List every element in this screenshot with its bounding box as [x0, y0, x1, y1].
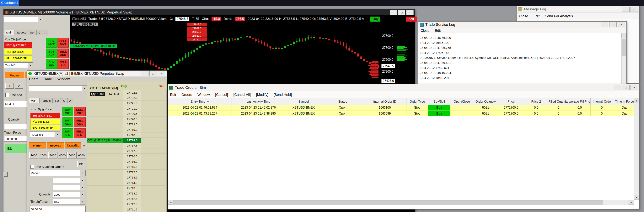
chevron-down-icon[interactable]: ▾	[28, 63, 33, 68]
column-header-last-activity-time[interactable]: Last Activity Time	[232, 98, 285, 105]
dom-cancel-all-button[interactable]: CancelAll	[65, 142, 81, 149]
chart-window-titlebar[interactable]: XBTUSD-BMEX[M] 500000 Volume #1 | BitMEX…	[4, 9, 415, 15]
service-log-vscrollbar[interactable]: ▲	[622, 33, 626, 84]
buy-ask-button[interactable]: BUY ASK	[46, 48, 57, 58]
column-header-status[interactable]: Status	[322, 98, 363, 105]
tab-main[interactable]: Main	[4, 30, 14, 35]
ladder-buy-cell[interactable]	[87, 117, 124, 122]
ladder-price-cell[interactable]: 27719.5	[124, 122, 141, 127]
ladder-buy-cell[interactable]	[87, 106, 124, 111]
tab-c[interactable]: C	[36, 30, 42, 35]
dom-quantity-combo[interactable]: 1000 ▾	[53, 192, 86, 197]
dom-m-button[interactable]: M	[82, 143, 86, 148]
dom-account-combo[interactable]: Test1451 ▾	[30, 132, 60, 137]
ladder-sell-cell[interactable]	[141, 207, 166, 212]
ladder-sell-cell[interactable]	[141, 90, 166, 95]
ladder-sell-cell[interactable]	[141, 111, 166, 117]
dom-attached-combo-1[interactable]: ▾	[53, 178, 86, 183]
maximize-button[interactable]: □	[150, 71, 157, 76]
scroll-thumb[interactable]	[622, 39, 626, 56]
tab-a[interactable]: A	[67, 98, 73, 103]
column-header-buy-sell[interactable]: Buy/Sell	[428, 98, 450, 105]
ladder-sell-cell[interactable]	[141, 154, 166, 159]
menu-item-close[interactable]: Close	[519, 14, 528, 18]
column-header-entry-time[interactable]: Entry Time▼	[168, 98, 232, 105]
sell-mkt-button[interactable]: SELL MKT	[58, 38, 69, 47]
ladder-price-cell[interactable]: 27711.5	[124, 207, 141, 212]
ladder-sell-cell[interactable]	[141, 117, 166, 122]
column-header-symbol[interactable]: Symbol	[285, 98, 322, 105]
tab-targets[interactable]: Targets	[39, 98, 53, 103]
preset-2000-button[interactable]: 2000	[39, 152, 48, 159]
message-log-titlebar[interactable]: Message Log —□	[517, 6, 639, 13]
order-price-tag[interactable]: 27822.0	[187, 34, 207, 37]
chevron-down-icon[interactable]: ▾	[80, 199, 85, 205]
column-header-price[interactable]: Price	[498, 98, 524, 105]
sort-desc-icon[interactable]: ▼	[207, 100, 209, 103]
dom-sell-ask-button[interactable]: SELL ASK	[74, 117, 86, 127]
chevron-down-icon[interactable]: ▾	[80, 185, 85, 190]
ladder-buy-cell[interactable]	[87, 207, 124, 212]
preset-2-button[interactable]: 2	[15, 83, 23, 89]
menu-item-window[interactable]: Window	[57, 77, 70, 81]
ladder-price-cell[interactable]: 27721.0	[124, 106, 141, 111]
menu-item--send-held-[interactable]: [Send Held]	[274, 93, 292, 97]
ladder-sell-cell[interactable]	[141, 133, 166, 138]
ladder-buy-cell[interactable]	[87, 164, 124, 170]
tab-set[interactable]: Set	[28, 30, 36, 35]
dom-instrument-combo[interactable]: ▾	[29, 85, 87, 91]
menu-item-orders[interactable]: Orders	[182, 93, 192, 97]
menu-item-chart[interactable]: Chart	[29, 77, 38, 81]
ladder-price-cell[interactable]: 27721.5	[124, 101, 141, 106]
column-header-filled-quantity[interactable]: Filled Quantity	[548, 98, 569, 105]
preset-1-button[interactable]: 1	[6, 83, 14, 89]
ladder-sell-cell[interactable]	[141, 191, 166, 196]
dom-flatten-button[interactable]: Flatten	[29, 142, 46, 149]
ladder-buy-cell[interactable]	[87, 133, 124, 138]
column-header-time-in-force[interactable]: Time in Force	[613, 98, 634, 105]
ladder-sell-cell[interactable]	[141, 101, 166, 106]
minimize-button[interactable]: —	[622, 7, 630, 12]
order-row[interactable]: 2023-04-23 01:46:02.5742023-04-23 01:46:…	[168, 105, 634, 111]
sell-ask-button[interactable]: SELL ASK	[58, 48, 69, 58]
menu-item--cancel-[interactable]: [Cancel]	[215, 93, 228, 97]
ladder-sell-cell[interactable]	[141, 186, 166, 191]
ladder-price-cell[interactable]: 27714.5	[124, 175, 141, 181]
ladder-sell-cell[interactable]	[141, 170, 166, 175]
dom-be-button[interactable]: BE	[77, 161, 85, 167]
dom-window-titlebar[interactable]: XBTUSD-BMEX[M] #2 | BitMEX XBT/USD Perpe…	[27, 71, 166, 77]
column-header-order-quantity[interactable]: Order Quantity	[473, 98, 498, 105]
dom-buy-bid-button[interactable]: BUY BID	[62, 128, 73, 138]
ladder-price-cell[interactable]: 27720.0	[124, 117, 141, 122]
ladder-sell-cell[interactable]	[141, 180, 166, 186]
order-price-tag[interactable]: 27852.0	[187, 30, 207, 34]
maximize-button[interactable]: □	[609, 22, 616, 27]
menu-item--modify-[interactable]: [Modify]	[256, 93, 268, 97]
tab-targets[interactable]: Targets	[15, 30, 28, 35]
instrument-combo[interactable]: ▾	[4, 17, 44, 22]
menu-item-window[interactable]: Window	[198, 93, 210, 97]
ladder-buy-cell[interactable]	[87, 175, 124, 181]
ladder-price-cell[interactable]: 27715.0	[124, 170, 141, 175]
menu-item--cancel-all-[interactable]: [Cancel All]	[233, 93, 251, 97]
ladder-price-cell[interactable]: 27722.0	[124, 95, 141, 101]
chevron-down-icon[interactable]: ▾	[38, 17, 43, 22]
tab-set[interactable]: Set	[53, 98, 61, 103]
scroll-up-icon[interactable]: ▲	[622, 33, 626, 38]
ladder-price-cell[interactable]: 27718.5	[124, 133, 141, 138]
ladder-buy-cell[interactable]	[87, 186, 124, 191]
tab-a[interactable]: A	[42, 30, 48, 35]
order-price-tag[interactable]: 27792.0	[187, 38, 207, 41]
ladder-price-cell[interactable]: 27720.5	[124, 111, 141, 117]
chartbook-tab[interactable]: Chartbook1	[0, 0, 19, 6]
minimize-button[interactable]: —	[601, 22, 608, 27]
ladder-buy-cell[interactable]	[87, 202, 124, 207]
big-buy-button[interactable]: BU	[5, 144, 27, 153]
tab-c[interactable]: C	[61, 98, 67, 103]
ladder-sell-cell[interactable]	[141, 149, 166, 154]
ladder-buy-cell[interactable]	[87, 154, 124, 159]
chevron-down-icon[interactable]: ▾	[82, 86, 87, 91]
scroll-up-icon[interactable]: ▲	[634, 98, 639, 103]
ladder-sell-cell[interactable]	[141, 106, 166, 111]
ladder-buy-cell[interactable]	[87, 196, 124, 202]
